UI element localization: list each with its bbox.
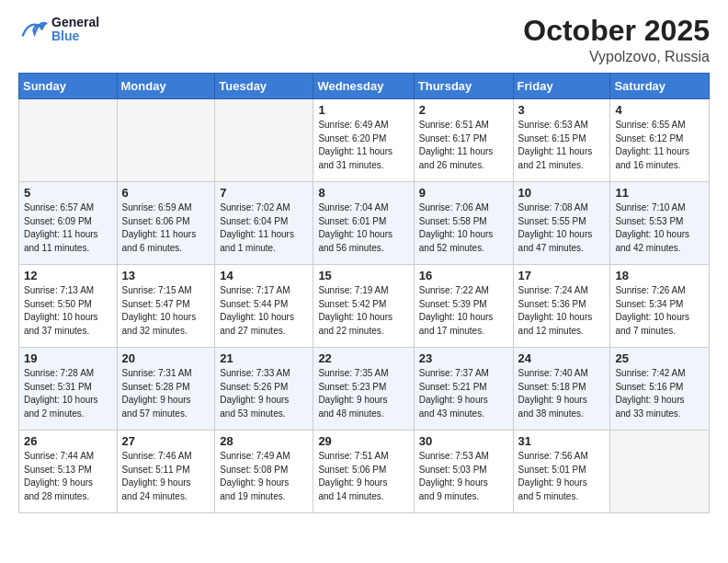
calendar-day-5: 5Sunrise: 6:57 AM Sunset: 6:09 PM Daylig… [19, 182, 118, 265]
weekday-header-monday: Monday [117, 74, 215, 99]
day-info: Sunrise: 7:37 AM Sunset: 5:21 PM Dayligh… [419, 367, 508, 420]
day-number: 6 [122, 186, 210, 200]
day-number: 24 [518, 351, 606, 365]
day-info: Sunrise: 7:26 AM Sunset: 5:34 PM Dayligh… [615, 284, 704, 338]
day-info: Sunrise: 7:22 AM Sunset: 5:39 PM Dayligh… [419, 284, 508, 338]
calendar-week-row: 1Sunrise: 6:49 AM Sunset: 6:20 PM Daylig… [19, 99, 710, 182]
day-info: Sunrise: 6:49 AM Sunset: 6:20 PM Dayligh… [318, 119, 408, 172]
calendar-day-4: 4Sunrise: 6:55 AM Sunset: 6:12 PM Daylig… [610, 99, 710, 182]
weekday-header-sunday: Sunday [19, 74, 118, 99]
calendar-day-26: 26Sunrise: 7:44 AM Sunset: 5:13 PM Dayli… [19, 431, 118, 513]
day-info: Sunrise: 7:40 AM Sunset: 5:18 PM Dayligh… [518, 367, 606, 420]
day-number: 22 [318, 351, 408, 365]
day-info: Sunrise: 7:13 AM Sunset: 5:50 PM Dayligh… [24, 284, 112, 338]
weekday-header-saturday: Saturday [610, 74, 710, 99]
day-info: Sunrise: 7:10 AM Sunset: 5:53 PM Dayligh… [615, 201, 704, 255]
day-number: 11 [615, 186, 704, 200]
day-number: 31 [518, 434, 606, 448]
day-info: Sunrise: 7:42 AM Sunset: 5:16 PM Dayligh… [615, 367, 704, 420]
day-info: Sunrise: 7:24 AM Sunset: 5:36 PM Dayligh… [518, 284, 606, 338]
calendar-day-19: 19Sunrise: 7:28 AM Sunset: 5:31 PM Dayli… [19, 348, 118, 431]
calendar-day-empty [215, 99, 313, 182]
day-number: 8 [318, 186, 408, 200]
day-number: 12 [24, 269, 112, 282]
header: General Blue October 2025 Vypolzovo, Rus… [18, 15, 710, 65]
month-title: October 2025 [523, 15, 710, 47]
calendar-day-6: 6Sunrise: 6:59 AM Sunset: 6:06 PM Daylig… [117, 182, 215, 265]
calendar-day-23: 23Sunrise: 7:37 AM Sunset: 5:21 PM Dayli… [414, 348, 513, 431]
day-number: 18 [615, 269, 704, 282]
day-number: 25 [615, 351, 704, 365]
day-number: 20 [122, 351, 210, 365]
day-info: Sunrise: 7:31 AM Sunset: 5:28 PM Dayligh… [122, 367, 210, 420]
calendar-day-2: 2Sunrise: 6:51 AM Sunset: 6:17 PM Daylig… [414, 99, 513, 182]
day-info: Sunrise: 6:53 AM Sunset: 6:15 PM Dayligh… [518, 119, 606, 172]
page-container: General Blue October 2025 Vypolzovo, Rus… [0, 0, 728, 528]
day-number: 2 [419, 103, 508, 117]
calendar-day-1: 1Sunrise: 6:49 AM Sunset: 6:20 PM Daylig… [313, 99, 414, 182]
calendar-day-13: 13Sunrise: 7:15 AM Sunset: 5:47 PM Dayli… [117, 265, 215, 348]
day-info: Sunrise: 7:28 AM Sunset: 5:31 PM Dayligh… [24, 367, 112, 420]
day-number: 28 [220, 434, 308, 448]
calendar-day-11: 11Sunrise: 7:10 AM Sunset: 5:53 PM Dayli… [610, 182, 710, 265]
calendar-day-27: 27Sunrise: 7:46 AM Sunset: 5:11 PM Dayli… [117, 431, 215, 513]
calendar-day-30: 30Sunrise: 7:53 AM Sunset: 5:03 PM Dayli… [414, 431, 513, 513]
day-number: 16 [419, 269, 508, 282]
calendar-day-28: 28Sunrise: 7:49 AM Sunset: 5:08 PM Dayli… [215, 431, 313, 513]
day-info: Sunrise: 7:17 AM Sunset: 5:44 PM Dayligh… [220, 284, 308, 338]
day-info: Sunrise: 7:46 AM Sunset: 5:11 PM Dayligh… [122, 450, 210, 503]
calendar-day-14: 14Sunrise: 7:17 AM Sunset: 5:44 PM Dayli… [215, 265, 313, 348]
calendar-day-17: 17Sunrise: 7:24 AM Sunset: 5:36 PM Dayli… [513, 265, 610, 348]
calendar-day-9: 9Sunrise: 7:06 AM Sunset: 5:58 PM Daylig… [414, 182, 513, 265]
day-info: Sunrise: 7:19 AM Sunset: 5:42 PM Dayligh… [318, 284, 408, 338]
day-number: 23 [419, 351, 508, 365]
weekday-header-tuesday: Tuesday [215, 74, 313, 99]
day-info: Sunrise: 6:59 AM Sunset: 6:06 PM Dayligh… [122, 201, 210, 255]
logo: General Blue [18, 15, 99, 44]
day-info: Sunrise: 7:33 AM Sunset: 5:26 PM Dayligh… [220, 367, 308, 420]
calendar-day-empty [19, 99, 118, 182]
day-number: 10 [518, 186, 606, 200]
day-number: 19 [24, 351, 112, 365]
day-info: Sunrise: 6:55 AM Sunset: 6:12 PM Dayligh… [615, 119, 704, 172]
day-number: 4 [615, 103, 704, 117]
calendar-day-31: 31Sunrise: 7:56 AM Sunset: 5:01 PM Dayli… [513, 431, 610, 513]
weekday-header-row: SundayMondayTuesdayWednesdayThursdayFrid… [19, 74, 710, 99]
day-number: 3 [518, 103, 606, 117]
calendar-day-15: 15Sunrise: 7:19 AM Sunset: 5:42 PM Dayli… [313, 265, 414, 348]
calendar-day-3: 3Sunrise: 6:53 AM Sunset: 6:15 PM Daylig… [513, 99, 610, 182]
calendar-day-21: 21Sunrise: 7:33 AM Sunset: 5:26 PM Dayli… [215, 348, 313, 431]
day-number: 13 [122, 269, 210, 282]
weekday-header-friday: Friday [513, 74, 610, 99]
day-number: 9 [419, 186, 508, 200]
weekday-header-wednesday: Wednesday [313, 74, 414, 99]
logo-text: General Blue [51, 16, 99, 44]
day-number: 5 [24, 186, 112, 200]
day-info: Sunrise: 7:06 AM Sunset: 5:58 PM Dayligh… [419, 201, 508, 255]
day-info: Sunrise: 7:02 AM Sunset: 6:04 PM Dayligh… [220, 201, 308, 255]
calendar-day-12: 12Sunrise: 7:13 AM Sunset: 5:50 PM Dayli… [19, 265, 118, 348]
calendar-week-row: 26Sunrise: 7:44 AM Sunset: 5:13 PM Dayli… [19, 431, 710, 513]
calendar-day-25: 25Sunrise: 7:42 AM Sunset: 5:16 PM Dayli… [610, 348, 710, 431]
day-number: 7 [220, 186, 308, 200]
calendar-day-7: 7Sunrise: 7:02 AM Sunset: 6:04 PM Daylig… [215, 182, 313, 265]
day-info: Sunrise: 7:35 AM Sunset: 5:23 PM Dayligh… [318, 367, 408, 420]
day-info: Sunrise: 6:51 AM Sunset: 6:17 PM Dayligh… [419, 119, 508, 172]
logo-icon [18, 15, 48, 44]
day-info: Sunrise: 7:15 AM Sunset: 5:47 PM Dayligh… [122, 284, 210, 338]
calendar-day-20: 20Sunrise: 7:31 AM Sunset: 5:28 PM Dayli… [117, 348, 215, 431]
day-info: Sunrise: 7:08 AM Sunset: 5:55 PM Dayligh… [518, 201, 606, 255]
calendar-day-16: 16Sunrise: 7:22 AM Sunset: 5:39 PM Dayli… [414, 265, 513, 348]
title-block: October 2025 Vypolzovo, Russia [523, 15, 710, 65]
calendar-day-24: 24Sunrise: 7:40 AM Sunset: 5:18 PM Dayli… [513, 348, 610, 431]
calendar-week-row: 19Sunrise: 7:28 AM Sunset: 5:31 PM Dayli… [19, 348, 710, 431]
calendar-day-empty [610, 431, 710, 513]
day-info: Sunrise: 7:51 AM Sunset: 5:06 PM Dayligh… [318, 450, 408, 503]
day-info: Sunrise: 7:49 AM Sunset: 5:08 PM Dayligh… [220, 450, 308, 503]
day-info: Sunrise: 6:57 AM Sunset: 6:09 PM Dayligh… [24, 201, 112, 255]
day-number: 17 [518, 269, 606, 282]
calendar-day-22: 22Sunrise: 7:35 AM Sunset: 5:23 PM Dayli… [313, 348, 414, 431]
calendar-day-29: 29Sunrise: 7:51 AM Sunset: 5:06 PM Dayli… [313, 431, 414, 513]
day-number: 29 [318, 434, 408, 448]
calendar-table: SundayMondayTuesdayWednesdayThursdayFrid… [18, 73, 710, 513]
